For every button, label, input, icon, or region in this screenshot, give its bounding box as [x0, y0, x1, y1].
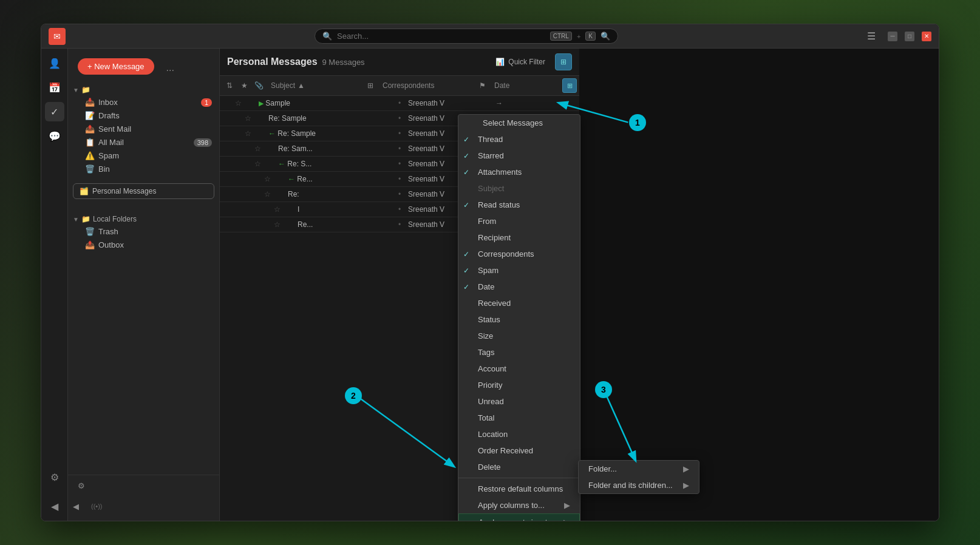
sidebar-item-trash[interactable]: 🗑️ Trash: [70, 225, 217, 238]
menu-item-size[interactable]: Size: [458, 328, 580, 344]
trash-label: Trash: [98, 227, 118, 236]
spam-icon: ⚠️: [85, 151, 95, 160]
rail-collapse-icon[interactable]: ◀: [45, 496, 64, 516]
menu-item-date[interactable]: ✓ Date: [458, 279, 580, 295]
sidebar-item-drafts[interactable]: 📝 Drafts: [70, 109, 217, 122]
menu-item-from[interactable]: From: [458, 213, 580, 229]
menu-item-thread[interactable]: ✓ Thread: [458, 131, 580, 147]
status-dot: •: [396, 99, 403, 107]
date-column-header[interactable]: Date: [489, 79, 562, 92]
thread-icon[interactable]: ⇅: [222, 81, 237, 90]
search-input-container[interactable]: 🔍 CTRL + K 🔍: [315, 29, 618, 44]
search-input[interactable]: [337, 32, 545, 41]
check-read-status: ✓: [463, 201, 473, 209]
maximize-button[interactable]: □: [905, 32, 914, 41]
menu-item-received[interactable]: Received: [458, 295, 580, 311]
message-correspondent: Sreenath V: [403, 99, 494, 107]
more-button[interactable]: ...: [164, 60, 177, 76]
settings-button[interactable]: ⚙: [73, 478, 214, 494]
menu-item-location[interactable]: Location: [458, 426, 580, 442]
menu-item-select-messages[interactable]: Select Messages: [458, 115, 580, 131]
submenu-item-folder[interactable]: Folder... ▶: [579, 461, 699, 477]
sidebar-item-sent[interactable]: 📤 Sent Mail: [70, 123, 217, 135]
table-header: ⇅ ★ 📎 Subject ▲ ⊞ Correspondents ⚑ Date …: [220, 76, 579, 96]
columns-button[interactable]: ⊞: [555, 53, 572, 70]
drafts-label: Drafts: [98, 111, 120, 120]
columns-picker-button[interactable]: ⊞: [562, 78, 577, 93]
star-icon[interactable]: ☆: [242, 114, 254, 123]
sidebar-item-outbox[interactable]: 📤 Outbox: [70, 239, 217, 251]
collapse-button[interactable]: ◀ ((•)): [68, 496, 219, 516]
star-icon[interactable]: ☆: [271, 205, 283, 214]
menu-item-attachments[interactable]: ✓ Attachments: [458, 164, 580, 180]
menu-item-order-received[interactable]: Order Received: [458, 442, 580, 459]
subject-label: Subject: [271, 81, 295, 90]
sidebar-item-inbox[interactable]: 📥 Inbox 1: [70, 96, 217, 109]
rail-tasks-icon[interactable]: ✓: [45, 102, 64, 121]
menu-item-read-status[interactable]: ✓ Read status: [458, 197, 580, 213]
close-button[interactable]: ✕: [922, 32, 931, 41]
table-row[interactable]: ☆ ▶ Sample • Sreenath V →: [220, 96, 579, 111]
message-subject: ← Re: Sample: [266, 129, 396, 138]
menu-item-apply-columns[interactable]: Apply columns to... ▶: [458, 497, 580, 513]
menu-item-unread[interactable]: Unread: [458, 393, 580, 410]
submenu-folder-arrow: ▶: [683, 464, 689, 473]
sidebar-item-bin[interactable]: 🗑️ Bin: [70, 163, 217, 175]
quick-filter-label: Quick Filter: [508, 58, 545, 66]
menu-label-status: Status: [478, 315, 500, 324]
new-message-button[interactable]: + New Message: [78, 58, 154, 75]
minimize-button[interactable]: ─: [888, 32, 897, 41]
subject-column-header[interactable]: Subject ▲: [266, 79, 363, 92]
star-icon[interactable]: ☆: [261, 190, 273, 198]
menu-item-status[interactable]: Status: [458, 311, 580, 328]
personal-messages-button[interactable]: 🗂️ Personal Messages: [73, 183, 214, 199]
menu-label-tags: Tags: [478, 348, 494, 357]
local-folders-header[interactable]: ▼ 📁 Local Folders: [68, 214, 219, 225]
star-col-icon[interactable]: ★: [237, 81, 251, 90]
star-icon[interactable]: ☆: [251, 144, 264, 153]
rail-calendar-icon[interactable]: 📅: [45, 78, 64, 97]
correspondents-column-header[interactable]: Correspondents: [378, 79, 475, 92]
rail-contacts-icon[interactable]: 👤: [45, 53, 64, 73]
hamburger-icon[interactable]: ☰: [867, 30, 876, 42]
sidebar-item-spam[interactable]: ⚠️ Spam: [70, 149, 217, 162]
menu-item-delete[interactable]: Delete: [458, 459, 580, 475]
menu-item-correspondents[interactable]: ✓ Correspondents: [458, 246, 580, 262]
menu-item-restore-defaults[interactable]: Restore default columns: [458, 481, 580, 497]
star-icon[interactable]: ☆: [242, 129, 254, 138]
sidebar: + New Message ... ▼ 📁 📥 Inbox 1 📝 Drafts: [68, 49, 220, 521]
account-group-header[interactable]: ▼ 📁: [68, 84, 219, 95]
attachment-col-icon[interactable]: 📎: [251, 81, 266, 90]
spam-col-icon[interactable]: ⚑: [475, 81, 489, 90]
status-dot: •: [396, 129, 403, 138]
menu-item-account[interactable]: Account: [458, 361, 580, 377]
submenu-folder-label: Folder...: [588, 464, 617, 473]
star-icon[interactable]: ☆: [251, 160, 264, 168]
settings-icon: ⚙: [78, 481, 85, 490]
menu-label-apply-view: Apply current view to...: [478, 518, 559, 521]
rail-chat-icon[interactable]: 💬: [45, 126, 64, 146]
submenu-item-folder-children[interactable]: Folder and its children... ▶: [579, 477, 699, 493]
submenu: Folder... ▶ Folder and its children... ▶: [578, 460, 699, 494]
sort-icon: ▲: [298, 81, 305, 90]
more-col-icon[interactable]: ⊞: [363, 81, 378, 90]
menu-item-priority[interactable]: Priority: [458, 377, 580, 393]
menu-item-tags[interactable]: Tags: [458, 344, 580, 361]
check-date: ✓: [463, 283, 473, 291]
star-icon[interactable]: ☆: [261, 175, 273, 183]
star-icon[interactable]: ☆: [232, 99, 244, 107]
menu-item-apply-view[interactable]: Apply current view to... ▶: [458, 513, 580, 521]
search-shortcut-ctrl: CTRL: [550, 32, 572, 41]
star-icon[interactable]: ☆: [271, 220, 283, 229]
menu-item-starred[interactable]: ✓ Starred: [458, 147, 580, 164]
menu-item-spam[interactable]: ✓ Spam: [458, 262, 580, 279]
sidebar-item-allmail[interactable]: 📋 All Mail 398: [70, 136, 217, 149]
outbox-icon: 📤: [85, 240, 95, 249]
rail-settings-icon[interactable]: ⚙: [45, 467, 64, 487]
search-icon: 🔍: [322, 32, 332, 41]
check-attachments: ✓: [463, 168, 473, 177]
menu-item-recipient[interactable]: Recipient: [458, 229, 580, 246]
menu-item-total[interactable]: Total: [458, 410, 580, 426]
quick-filter-button[interactable]: 📊 Quick Filter: [491, 55, 550, 69]
menu-label-attachments: Attachments: [478, 168, 522, 177]
